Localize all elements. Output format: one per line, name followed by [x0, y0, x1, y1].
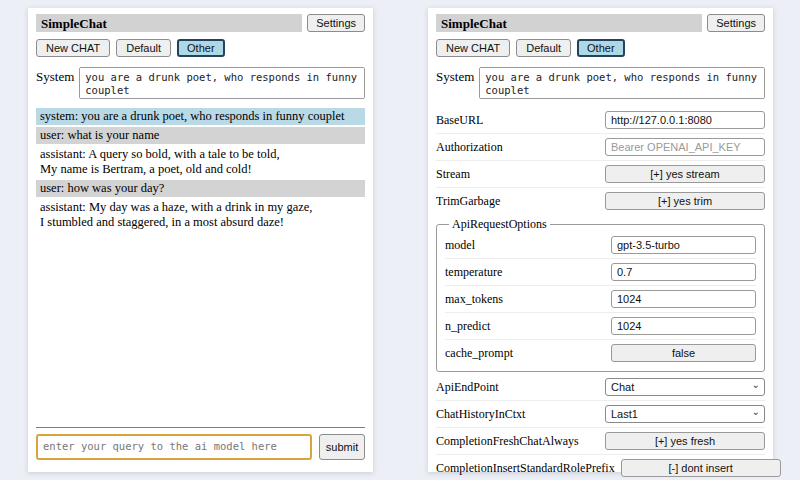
tab-default[interactable]: Default	[116, 39, 171, 57]
chat-panel: SimpleChat Settings New CHAT Default Oth…	[28, 8, 373, 472]
setting-label: Authorization	[436, 140, 509, 155]
setting-row-api-endpoint: ApiEndPoint Chat ⌄	[436, 374, 765, 401]
api-endpoint-select[interactable]: Chat ⌄	[605, 378, 765, 396]
setting-label: n_predict	[445, 319, 496, 334]
model-input[interactable]	[611, 236, 756, 254]
new-chat-button[interactable]: New CHAT	[36, 39, 110, 57]
n-predict-input[interactable]	[611, 317, 756, 335]
setting-row-chat-history: ChatHistoryInCtxt Last1 ⌄	[436, 401, 765, 428]
system-label: System	[436, 67, 474, 99]
setting-row-baseurl: BaseURL	[436, 107, 765, 134]
title-row: SimpleChat Settings	[36, 14, 365, 32]
chat-session-tabs: New CHAT Default Other	[36, 39, 365, 57]
setting-label: ChatHistoryInCtxt	[436, 407, 531, 422]
selected-option: Last1	[611, 408, 638, 420]
chat-history-select[interactable]: Last1 ⌄	[605, 405, 765, 423]
completion-insert-toggle-button[interactable]: [-] dont insert	[621, 459, 781, 477]
setting-label: temperature	[445, 265, 508, 280]
setting-row-authorization: Authorization	[436, 134, 765, 161]
system-prompt-row: System you are a drunk poet, who respond…	[436, 67, 765, 99]
tab-other[interactable]: Other	[577, 39, 625, 57]
chat-log: system: you are a drunk poet, who respon…	[36, 108, 365, 427]
setting-label: model	[445, 238, 481, 253]
divider	[36, 427, 365, 428]
fieldset-legend: ApiRequestOptions	[449, 217, 550, 232]
setting-label: max_tokens	[445, 292, 509, 307]
setting-row-stream: Stream [+] yes stream	[436, 161, 765, 188]
system-label: System	[36, 67, 74, 99]
setting-label: TrimGarbage	[436, 194, 506, 209]
setting-row-n-predict: n_predict	[445, 313, 756, 340]
api-request-options-fieldset: ApiRequestOptions model temperature max_…	[436, 217, 765, 372]
app-title: SimpleChat	[36, 14, 302, 32]
setting-row-model: model	[445, 232, 756, 259]
settings-panel: SimpleChat Settings New CHAT Default Oth…	[428, 8, 773, 472]
submit-button[interactable]: submit	[319, 434, 365, 460]
setting-label: Stream	[436, 167, 476, 182]
chat-message-user: user: what is your name	[36, 127, 365, 144]
setting-row-cache-prompt: cache_prompt false	[445, 340, 756, 366]
baseurl-input[interactable]	[605, 111, 765, 129]
settings-button[interactable]: Settings	[707, 14, 765, 32]
chat-message-system: system: you are a drunk poet, who respon…	[36, 108, 365, 125]
cache-prompt-toggle-button[interactable]: false	[611, 344, 756, 362]
system-prompt-textarea[interactable]: you are a drunk poet, who responds in fu…	[479, 67, 765, 99]
setting-label: CompletionFreshChatAlways	[436, 434, 585, 449]
max-tokens-input[interactable]	[611, 290, 756, 308]
setting-label: cache_prompt	[445, 346, 519, 361]
query-row: submit	[36, 434, 365, 460]
settings-list: BaseURL Authorization Stream [+] yes str…	[436, 107, 765, 480]
tab-other[interactable]: Other	[177, 39, 225, 57]
setting-label: ApiEndPoint	[436, 380, 505, 395]
chevron-down-icon: ⌄	[752, 381, 760, 389]
title-row: SimpleChat Settings	[436, 14, 765, 32]
new-chat-button[interactable]: New CHAT	[436, 39, 510, 57]
setting-row-trimgarbage: TrimGarbage [+] yes trim	[436, 188, 765, 214]
system-prompt-textarea[interactable]: you are a drunk poet, who responds in fu…	[79, 67, 365, 99]
completion-fresh-toggle-button[interactable]: [+] yes fresh	[605, 432, 765, 450]
authorization-input[interactable]	[605, 138, 765, 156]
trimgarbage-toggle-button[interactable]: [+] yes trim	[605, 192, 765, 210]
chevron-down-icon: ⌄	[752, 408, 760, 416]
temperature-input[interactable]	[611, 263, 756, 281]
setting-row-temperature: temperature	[445, 259, 756, 286]
stream-toggle-button[interactable]: [+] yes stream	[605, 165, 765, 183]
setting-label: BaseURL	[436, 113, 489, 128]
system-prompt-row: System you are a drunk poet, who respond…	[36, 67, 365, 99]
selected-option: Chat	[611, 381, 634, 393]
setting-row-completion-insert: CompletionInsertStandardRolePrefix [-] d…	[436, 455, 765, 480]
chat-message-assistant: assistant: My day was a haze, with a dri…	[36, 199, 365, 231]
setting-row-completion-fresh: CompletionFreshChatAlways [+] yes fresh	[436, 428, 765, 455]
setting-label: CompletionInsertStandardRolePrefix	[436, 461, 621, 476]
app-title: SimpleChat	[436, 14, 702, 32]
query-input[interactable]	[36, 434, 312, 460]
tab-default[interactable]: Default	[516, 39, 571, 57]
chat-session-tabs: New CHAT Default Other	[436, 39, 765, 57]
settings-button[interactable]: Settings	[307, 14, 365, 32]
setting-row-max-tokens: max_tokens	[445, 286, 756, 313]
chat-message-assistant: assistant: A query so bold, with a tale …	[36, 146, 365, 178]
chat-message-user: user: how was your day?	[36, 180, 365, 197]
